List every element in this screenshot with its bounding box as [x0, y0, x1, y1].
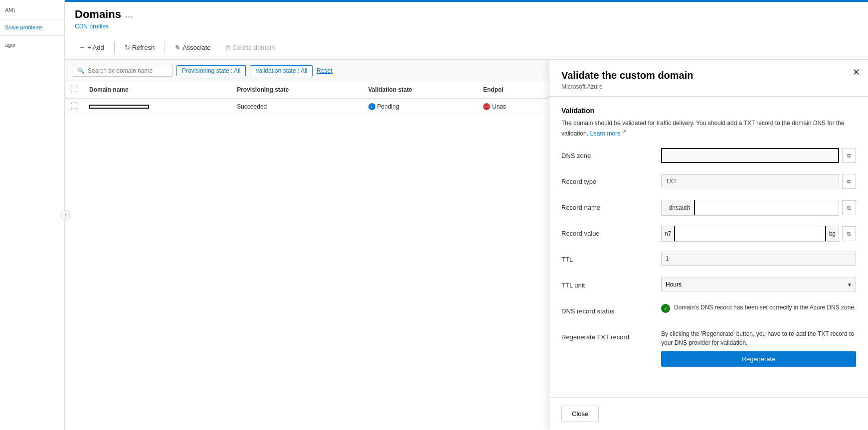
associate-button[interactable]: ✎ Associate — [169, 41, 216, 54]
list-area: 🔍 Provisioning state : All Validation st… — [65, 60, 549, 430]
search-icon: 🔍 — [77, 67, 85, 74]
search-wrap: 🔍 — [73, 65, 173, 77]
endpoint-value: Unas — [492, 103, 506, 110]
dns-status-success-icon: ✓ — [661, 304, 670, 313]
refresh-button[interactable]: ↻ Refresh — [119, 41, 161, 54]
dns-zone-input[interactable] — [661, 148, 839, 163]
sidebar-item-am: AM) — [0, 4, 64, 16]
record-name-row: Record name _dnsauth ⧉ — [561, 200, 856, 218]
dns-record-status-control: ✓ Domain's DNS record has been set corre… — [661, 303, 856, 313]
main-area: Domains ... CDN profiles ＋ + Add ↻ Refre… — [65, 0, 868, 430]
panel-body: Validation The domain should be validate… — [549, 97, 868, 397]
record-name-wrap: _dnsauth — [661, 200, 839, 216]
refresh-label: Refresh — [132, 44, 155, 51]
breadcrumb[interactable]: CDN profiles — [75, 23, 858, 30]
provisioning-filter-label: Provisioning state : All — [182, 67, 240, 74]
provisioning-state-filter[interactable]: Provisioning state : All — [176, 65, 246, 76]
col-header-validation-state: Validation state — [362, 82, 477, 98]
validation-description: The domain should be validated for traff… — [561, 119, 856, 138]
col-header-provisioning-state: Provisioning state — [231, 82, 362, 98]
regenerate-control: By clicking the 'Regenerate' button, you… — [661, 329, 856, 367]
add-label: + Add — [87, 44, 104, 51]
record-type-row: Record type TXT ⧉ — [561, 174, 856, 192]
regenerate-row: Regenerate TXT record By clicking the 'R… — [561, 329, 856, 367]
row-checkbox[interactable] — [71, 103, 77, 109]
domain-name-value — [89, 105, 149, 109]
page-options-button[interactable]: ... — [125, 9, 133, 20]
endpoint-cell: — Unas — [477, 98, 549, 115]
dns-status-text: Domain's DNS record has been set correct… — [674, 303, 856, 312]
refresh-icon: ↻ — [125, 44, 130, 51]
chevron-left-icon: ‹ — [64, 212, 66, 218]
reset-filter-button[interactable]: Reset — [317, 67, 332, 74]
ttl-value: 1 — [661, 252, 856, 266]
provisioning-state-value: Succeeded — [237, 103, 267, 110]
sidebar-divider-2 — [0, 35, 64, 36]
dns-zone-label: DNS zone — [561, 148, 661, 159]
search-input[interactable] — [88, 67, 168, 74]
validation-state-filter[interactable]: Validation state : All — [250, 65, 313, 76]
provisioning-state-cell: Succeeded — [231, 98, 362, 115]
record-name-prefix: _dnsauth — [662, 201, 694, 214]
select-all-checkbox[interactable] — [71, 86, 77, 92]
filters-row: 🔍 Provisioning state : All Validation st… — [65, 60, 549, 82]
dns-record-status-row: DNS record status ✓ Domain's DNS record … — [561, 303, 856, 321]
learn-more-link[interactable]: Learn more ↗ — [590, 130, 626, 137]
add-button[interactable]: ＋ + Add — [73, 40, 110, 55]
validate-domain-panel: Validate the custom domain Microsoft Azu… — [549, 60, 868, 430]
delete-domain-button[interactable]: 🗑 Delete domain — [219, 41, 281, 54]
pending-icon: i — [368, 103, 375, 110]
record-value-copy-button[interactable]: ⧉ — [842, 226, 856, 241]
delete-icon: 🗑 — [225, 44, 231, 51]
domain-name-cell[interactable] — [83, 98, 231, 115]
content-area: 🔍 Provisioning state : All Validation st… — [65, 60, 868, 430]
domain-table: Domain name Provisioning state Validatio… — [65, 82, 549, 115]
record-type-control: TXT ⧉ — [661, 174, 856, 189]
panel-header: Validate the custom domain Microsoft Azu… — [549, 60, 868, 97]
record-name-input[interactable] — [694, 200, 839, 215]
record-value-input[interactable] — [674, 226, 826, 241]
dns-zone-control: ⧉ — [661, 148, 856, 163]
close-button[interactable]: Close — [561, 406, 599, 422]
record-name-copy-button[interactable]: ⧉ — [842, 200, 856, 215]
record-type-label: Record type — [561, 174, 661, 185]
dns-zone-row: DNS zone ⧉ — [561, 148, 856, 166]
page-header: Domains ... CDN profiles ＋ + Add ↻ Refre… — [65, 2, 868, 60]
table-header-row: Domain name Provisioning state Validatio… — [65, 82, 549, 98]
record-name-control: _dnsauth ⧉ — [661, 200, 856, 216]
ttl-unit-select[interactable]: Hours Minutes Days — [661, 278, 856, 291]
delete-label: Delete domain — [233, 44, 275, 51]
ttl-unit-label: TTL unit — [561, 278, 661, 289]
panel-footer: Close — [549, 397, 868, 430]
col-header-domain-name: Domain name — [83, 82, 231, 98]
dns-status-wrap: ✓ Domain's DNS record has been set corre… — [661, 303, 856, 313]
sidebar-divider-1 — [0, 19, 64, 19]
associate-label: Associate — [182, 44, 210, 51]
select-all-header — [65, 82, 83, 98]
record-value-suffix: bg — [826, 227, 839, 240]
regenerate-label: Regenerate TXT record — [561, 329, 661, 341]
validation-section-title: Validation — [561, 107, 856, 115]
record-value-prefix: n7 — [662, 227, 674, 240]
sidebar-item-solve-problems[interactable]: Solve problems — [0, 22, 64, 32]
table-row[interactable]: Succeeded i Pending — [65, 98, 549, 115]
validation-filter-label: Validation state : All — [255, 67, 307, 74]
ttl-unit-row: TTL unit Hours Minutes Days ▼ — [561, 278, 856, 295]
sidebar-item-ager: ager — [0, 39, 64, 51]
domain-table-container: Domain name Provisioning state Validatio… — [65, 82, 549, 430]
sidebar-collapse-button[interactable]: ‹ — [60, 210, 70, 220]
learn-more-text: Learn more — [590, 130, 620, 137]
record-value-wrap: n7 bg — [661, 226, 839, 242]
record-type-copy-button[interactable]: ⧉ — [842, 174, 856, 189]
dns-zone-copy-button[interactable]: ⧉ — [842, 148, 856, 163]
associate-icon: ✎ — [175, 44, 180, 51]
dns-record-status-label: DNS record status — [561, 303, 661, 315]
record-value-row: Record value n7 bg ⧉ — [561, 226, 856, 244]
validation-state-cell: i Pending — [362, 98, 477, 115]
regenerate-button[interactable]: Regenerate — [661, 351, 856, 367]
record-type-value: TXT — [661, 174, 839, 188]
panel-close-button[interactable]: ✕ — [853, 68, 860, 77]
record-value-control: n7 bg ⧉ — [661, 226, 856, 242]
toolbar-divider-1 — [114, 41, 115, 53]
toolbar-divider-2 — [165, 41, 165, 53]
